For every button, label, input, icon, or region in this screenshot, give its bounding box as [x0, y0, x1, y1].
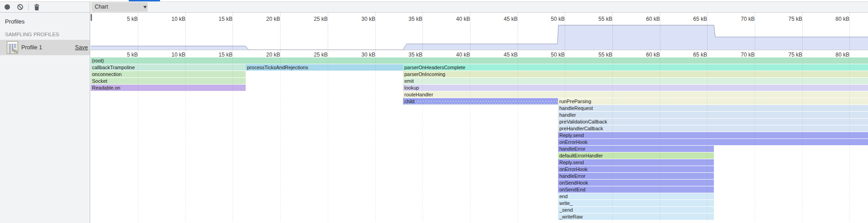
svg-text:%: % [13, 48, 17, 54]
